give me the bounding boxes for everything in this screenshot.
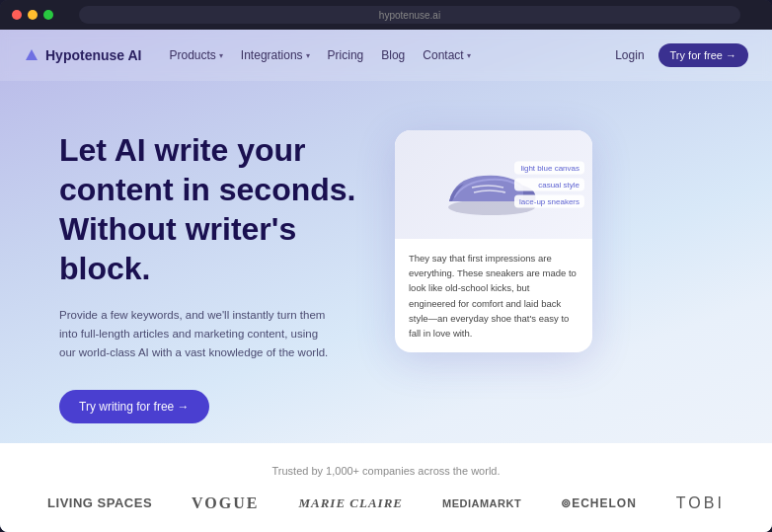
page-content: Hypotenuse AI Products ▾ Integrations ▾ … <box>0 30 772 532</box>
login-link[interactable]: Login <box>615 48 644 62</box>
logo-text: Hypotenuse AI <box>45 47 142 63</box>
chevron-down-icon: ▾ <box>467 51 471 60</box>
nav-products[interactable]: Products ▾ <box>170 48 223 62</box>
chevron-down-icon: ▾ <box>306 51 310 60</box>
hero-subtitle: Provide a few keywords, and we'll instan… <box>59 306 336 362</box>
card-description: They say that first impressions are ever… <box>395 239 592 352</box>
card-tag: casual style <box>514 179 584 191</box>
minimize-button[interactable] <box>28 10 38 20</box>
logo[interactable]: Hypotenuse AI <box>24 47 142 63</box>
navbar: Hypotenuse AI Products ▾ Integrations ▾ … <box>0 30 772 81</box>
chevron-down-icon: ▾ <box>219 51 223 60</box>
url-text: hypotenuse.ai <box>379 10 440 21</box>
trust-title: Trusted by 1,000+ companies across the w… <box>39 465 733 477</box>
browser-frame: hypotenuse.ai Hypotenuse AI Products ▾ I… <box>0 0 772 532</box>
card-tag: lace-up sneakers <box>514 195 584 208</box>
try-free-button[interactable]: Try for free → <box>658 43 748 67</box>
logo-marie-claire: marie claire <box>298 495 403 511</box>
nav-blog[interactable]: Blog <box>381 48 405 62</box>
hero-cta-button[interactable]: Try writing for free → <box>59 390 209 423</box>
logo-living-spaces: LIVING SPACES <box>47 495 152 510</box>
logo-vogue: VOGUE <box>192 494 259 512</box>
logo-media-markt: MediaMarkt <box>442 497 521 509</box>
logo-icon <box>24 47 39 63</box>
nav-pricing[interactable]: Pricing <box>328 48 364 62</box>
svg-marker-0 <box>26 49 38 60</box>
card-image: light blue canvas casual style lace-up s… <box>395 130 592 239</box>
address-bar[interactable]: hypotenuse.ai <box>79 6 740 24</box>
trust-logos: LIVING SPACES VOGUE marie claire MediaMa… <box>39 494 733 512</box>
nav-actions: Login Try for free → <box>615 43 748 67</box>
close-button[interactable] <box>12 10 22 20</box>
product-card: light blue canvas casual style lace-up s… <box>395 130 592 352</box>
browser-bar: hypotenuse.ai <box>0 0 772 30</box>
hero-title: Let AI write your content in seconds. Wi… <box>59 130 395 288</box>
logo-tobi: TOBI <box>676 494 725 512</box>
card-tags: light blue canvas casual style lace-up s… <box>514 162 584 208</box>
nav-contact[interactable]: Contact ▾ <box>423 48 470 62</box>
hero-section: Let AI write your content in seconds. Wi… <box>0 81 772 443</box>
trust-section: Trusted by 1,000+ companies across the w… <box>0 443 772 532</box>
logo-echelon: ⊚ECHELON <box>561 496 637 510</box>
hero-text: Let AI write your content in seconds. Wi… <box>59 120 395 423</box>
nav-integrations[interactable]: Integrations ▾ <box>241 48 310 62</box>
nav-links: Products ▾ Integrations ▾ Pricing Blog C… <box>170 48 616 62</box>
maximize-button[interactable] <box>43 10 53 20</box>
card-tag: light blue canvas <box>514 162 584 175</box>
